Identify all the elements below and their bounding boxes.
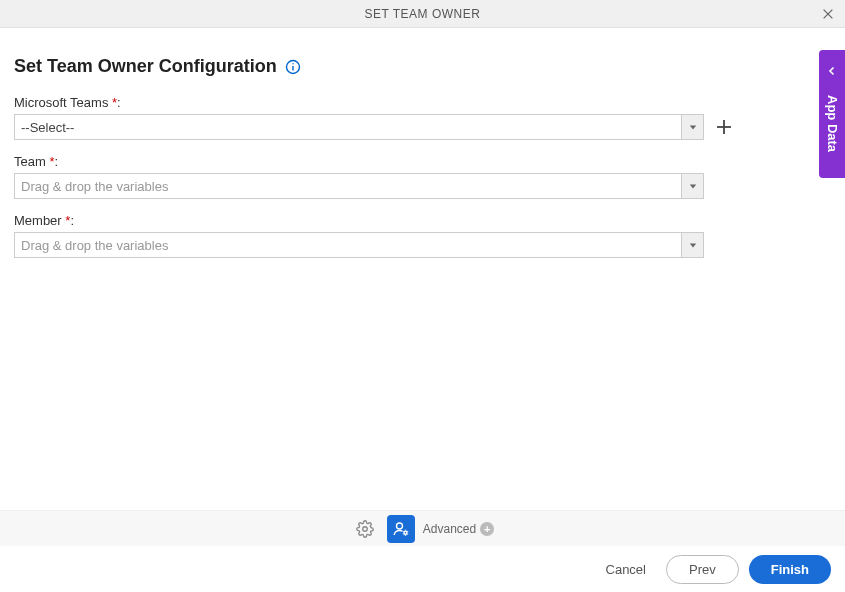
page-title-row: Set Team Owner Configuration (14, 56, 831, 77)
microsoft-teams-label-text: Microsoft Teams (14, 95, 108, 110)
member-label-text: Member (14, 213, 62, 228)
user-settings-tab-button[interactable] (387, 515, 415, 543)
member-dropdown-toggle[interactable] (681, 233, 703, 257)
chevron-left-icon (827, 62, 837, 80)
cancel-button[interactable]: Cancel (596, 556, 656, 583)
svg-marker-8 (689, 184, 695, 188)
plus-circle-icon: + (480, 522, 494, 536)
team-input-row (14, 173, 831, 199)
advanced-label: Advanced (423, 522, 476, 536)
field-member: Member *: (14, 213, 831, 258)
app-data-label: App Data (825, 95, 840, 152)
microsoft-teams-select[interactable] (14, 114, 704, 140)
team-select[interactable] (14, 173, 704, 199)
prev-button[interactable]: Prev (666, 555, 739, 584)
member-input-row (14, 232, 831, 258)
member-select[interactable] (14, 232, 704, 258)
member-input[interactable] (15, 233, 681, 257)
svg-point-10 (363, 526, 368, 531)
bottom-toolbar: Advanced + (0, 510, 845, 546)
team-input[interactable] (15, 174, 681, 198)
member-label: Member *: (14, 213, 831, 228)
svg-marker-5 (689, 125, 695, 129)
dialog-footer: Cancel Prev Finish (0, 546, 845, 592)
field-team: Team *: (14, 154, 831, 199)
page-title: Set Team Owner Configuration (14, 56, 277, 77)
microsoft-teams-input-row (14, 114, 831, 140)
finish-button[interactable]: Finish (749, 555, 831, 584)
team-label-text: Team (14, 154, 46, 169)
settings-tab-button[interactable] (351, 515, 379, 543)
team-label: Team *: (14, 154, 831, 169)
info-icon[interactable] (285, 59, 301, 75)
user-gear-icon (392, 520, 410, 538)
microsoft-teams-input[interactable] (15, 115, 681, 139)
microsoft-teams-label: Microsoft Teams *: (14, 95, 831, 110)
svg-point-11 (396, 523, 402, 529)
chevron-down-icon (689, 182, 697, 190)
chevron-down-icon (689, 123, 697, 131)
svg-point-4 (292, 63, 293, 64)
close-button[interactable] (819, 5, 837, 23)
close-icon (821, 7, 835, 21)
chevron-down-icon (689, 241, 697, 249)
gear-icon (356, 520, 374, 538)
dialog-content: Set Team Owner Configuration Microsoft T… (0, 28, 845, 258)
add-microsoft-teams-button[interactable] (714, 117, 734, 137)
svg-point-12 (404, 531, 407, 534)
team-dropdown-toggle[interactable] (681, 174, 703, 198)
field-microsoft-teams: Microsoft Teams *: (14, 95, 831, 140)
colon: : (54, 154, 58, 169)
dialog-title: SET TEAM OWNER (365, 7, 481, 21)
advanced-toggle[interactable]: Advanced + (423, 522, 494, 536)
colon: : (117, 95, 121, 110)
app-data-panel-toggle[interactable]: App Data (819, 50, 845, 178)
microsoft-teams-dropdown-toggle[interactable] (681, 115, 703, 139)
dialog-header: SET TEAM OWNER (0, 0, 845, 28)
colon: : (70, 213, 74, 228)
plus-icon (715, 118, 733, 136)
svg-marker-9 (689, 243, 695, 247)
